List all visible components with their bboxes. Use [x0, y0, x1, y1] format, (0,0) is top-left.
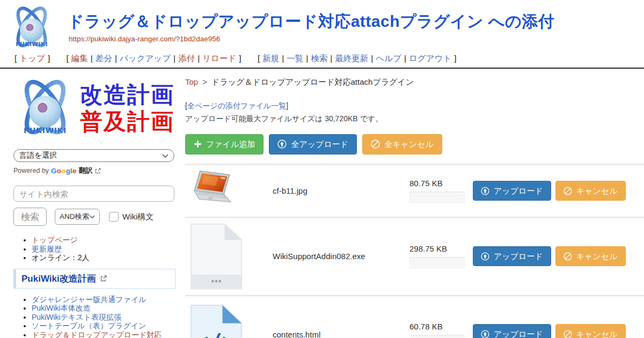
nav-item-edit[interactable]: 編集	[71, 54, 88, 63]
attach-list-line: [全ページの添付ファイル一覧]	[185, 101, 644, 111]
breadcrumb: Top>ドラッグ＆ドロップアップロード対応attachプラグイン	[185, 77, 644, 87]
upload-button[interactable]: アップロード	[473, 181, 551, 201]
list-item: ドラッグ＆ドロップアップロード対応attachプラグイン	[32, 330, 177, 338]
cancel-all-button[interactable]: 全キャンセル	[362, 134, 442, 155]
list-item: PukiWikiテキスト表現拡張	[32, 313, 177, 322]
nav-item-search[interactable]: 検索	[311, 54, 327, 63]
upload-circle-icon	[481, 330, 489, 338]
sidebar-item-toppage[interactable]: トップページ	[32, 236, 78, 244]
pukiwiki-kaizou-link[interactable]: PukiWiki改造計画	[21, 274, 96, 284]
sidebar-quick-links: トップページ 更新履歴 オンライン：2人	[13, 236, 177, 262]
file-size: 80.75 KB	[409, 179, 465, 188]
nav-group-site: [新規|一覧|検索|最終更新|ヘルプ|ログアウト]	[255, 54, 459, 63]
generic-file-icon	[189, 222, 243, 291]
cancel-circle-icon	[564, 187, 572, 195]
upload-circle-icon	[481, 252, 489, 261]
google-logo: Google	[51, 167, 77, 175]
nav-item-help[interactable]: ヘルプ	[376, 54, 401, 63]
file-thumbnail	[189, 170, 243, 212]
sidebar-item-recent-changes[interactable]: 更新履歴	[32, 245, 62, 253]
html-code-file-icon: </>	[189, 304, 243, 338]
translate-link[interactable]: 翻訳	[79, 166, 93, 175]
list-item: ダジャレンジャー版共通ファイル	[32, 295, 177, 304]
svg-text:</>: </>	[195, 329, 236, 338]
sidebar-item-common-files[interactable]: ダジャレンジャー版共通ファイル	[32, 295, 147, 304]
plus-icon	[194, 140, 202, 148]
cancel-button[interactable]: キャンセル	[555, 181, 626, 201]
file-meta: 80.75 KB	[409, 179, 465, 203]
site-search-input[interactable]	[13, 186, 174, 202]
upload-progress-bar	[409, 192, 465, 203]
nav-item-reload[interactable]: リロード	[202, 54, 236, 63]
upload-button[interactable]: アップロード	[473, 324, 551, 338]
sidebar-item-text-ext[interactable]: PukiWikiテキスト表現拡張	[32, 313, 121, 321]
file-thumbnail	[189, 222, 243, 291]
file-row: </> contents.html 60.78 KB アップロード	[185, 296, 644, 338]
file-name: cf-b11.jpg	[273, 186, 409, 195]
nav-item-attach[interactable]: 添付	[178, 54, 195, 63]
nav-group-top: [トップ]	[12, 54, 53, 63]
nav-item-recent[interactable]: 最終更新	[335, 54, 368, 63]
file-name: WikiSupportAddin082.exe	[273, 252, 409, 261]
list-item: オンライン：2人	[32, 253, 177, 262]
add-files-button[interactable]: ファイル追加	[185, 134, 264, 155]
max-filesize-note: アップロード可能最大ファイルサイズは 30,720KB です。	[185, 114, 644, 124]
file-actions: アップロード キャンセル	[473, 181, 626, 201]
list-item: PukiWiki本体改造	[32, 304, 177, 313]
file-meta: 60.78 KB	[409, 322, 465, 338]
upload-circle-icon	[481, 187, 489, 195]
sidebar-item-dnd-attach[interactable]: ドラッグ＆ドロップアップロード対応attachプラグイン	[32, 330, 162, 338]
page-url-link[interactable]: https://pukiwiki.dajya-ranger.com/?1bd2d…	[69, 35, 220, 43]
cancel-circle-icon	[564, 330, 572, 338]
upload-circle-icon	[277, 139, 287, 149]
sidebar: PUKIWIKI 改造計画 普及計画 言語を選択 Powered by Goog…	[0, 69, 177, 338]
pukiwiki-atom-logo-icon: PUKIWIKI	[13, 76, 77, 141]
list-item: 更新履歴	[32, 245, 177, 254]
upload-progress-bar	[409, 335, 465, 338]
upload-all-button[interactable]: 全アップロード	[269, 134, 357, 155]
file-thumbnail: </>	[189, 304, 243, 338]
laptop-photo-thumbnail	[189, 170, 242, 212]
cancel-button[interactable]: キャンセル	[555, 324, 626, 338]
file-meta: 298.75 KB	[409, 244, 465, 269]
upload-toolbar: ファイル追加 全アップロード 全キャンセル	[185, 134, 644, 155]
file-size: 60.78 KB	[409, 322, 465, 331]
nav-item-diff[interactable]: 差分	[96, 54, 112, 63]
list-item: ソートテーブル（表）プラグイン	[32, 321, 177, 330]
sidebar-logo-banner[interactable]: PUKIWIKI 改造計画 普及計画	[13, 76, 177, 141]
page-title: ドラッグ＆ドロップアップロード対応attachプラグイン への添付	[68, 12, 554, 31]
nav-item-new[interactable]: 新規	[262, 54, 279, 63]
language-select[interactable]: 言語を選択	[13, 149, 174, 162]
nav-item-list[interactable]: 一覧	[287, 54, 303, 63]
logo-line-fukyuu: 普及計画	[80, 108, 174, 135]
all-pages-attach-list-link[interactable]: 全ページの添付ファイル一覧	[187, 101, 286, 110]
online-users-count: オンライン：2人	[32, 253, 89, 262]
nav-group-page: [編集|差分|バックアップ|添付|リロード]	[64, 54, 244, 63]
chevron-down-icon	[90, 215, 95, 218]
main-content: Top>ドラッグ＆ドロップアップロード対応attachプラグイン [全ページの添…	[177, 69, 644, 338]
wiki-syntax-checkbox[interactable]	[109, 212, 119, 222]
wiki-syntax-label: Wiki構文	[122, 212, 153, 222]
nav-item-backup[interactable]: バックアップ	[120, 54, 171, 63]
list-item: トップページ	[32, 236, 177, 245]
external-link-icon	[100, 275, 107, 282]
nav-item-logout[interactable]: ログアウト	[409, 54, 451, 63]
nav-item-top[interactable]: トップ	[19, 54, 45, 63]
search-button[interactable]: 検索	[13, 208, 47, 226]
pukiwiki-atom-logo-icon[interactable]: PUKIWIKI	[6, 4, 57, 52]
breadcrumb-home-link[interactable]: Top	[185, 77, 198, 86]
upload-button[interactable]: アップロード	[473, 246, 551, 267]
breadcrumb-current: ドラッグ＆ドロップアップロード対応attachプラグイン	[211, 77, 414, 86]
upload-progress-bar	[409, 257, 465, 269]
sidebar-item-sort-table[interactable]: ソートテーブル（表）プラグイン	[32, 321, 146, 330]
cancel-button[interactable]: キャンセル	[555, 246, 626, 267]
sidebar-item-core-mod[interactable]: PukiWiki本体改造	[32, 304, 91, 312]
cancel-circle-icon	[371, 139, 380, 149]
search-mode-select[interactable]: AND検索	[55, 209, 100, 225]
search-controls-row: 検索 AND検索 Wiki構文	[13, 208, 177, 226]
google-translate-attribution: Powered by Google 翻訳	[13, 166, 177, 175]
sidebar-logo-text: 改造計画 普及計画	[80, 82, 174, 136]
file-name: contents.html	[273, 330, 409, 338]
file-actions: アップロード キャンセル	[473, 246, 626, 267]
external-link-icon	[95, 168, 101, 174]
